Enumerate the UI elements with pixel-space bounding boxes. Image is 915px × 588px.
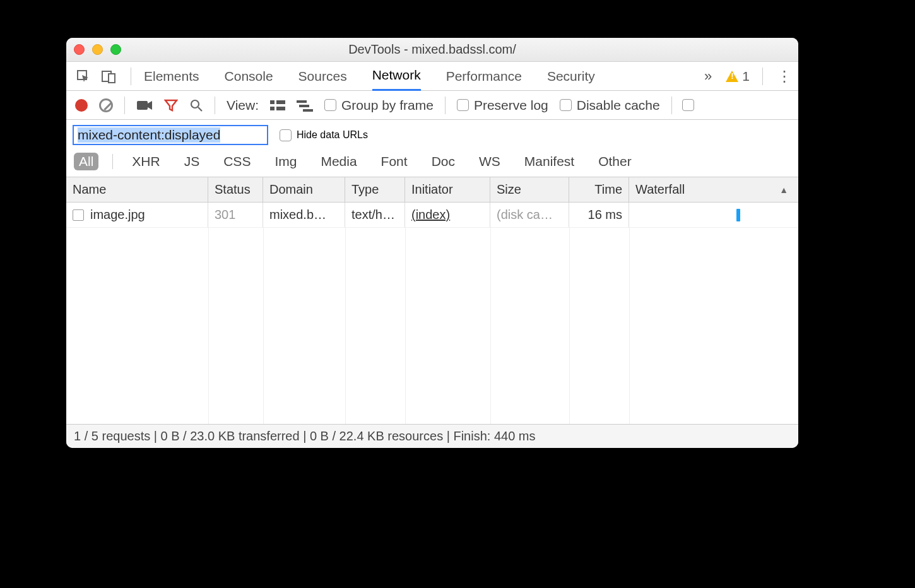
filter-input[interactable] [73, 125, 268, 145]
close-window-button[interactable] [74, 44, 85, 55]
devtools-tabbar: Elements Console Sources Network Perform… [66, 62, 798, 91]
svg-line-5 [198, 107, 202, 111]
more-tabs-button[interactable]: » [699, 68, 717, 85]
filter-categories: All XHR JS CSS Img Media Font Doc WS Man… [74, 153, 792, 170]
svg-rect-10 [297, 100, 307, 103]
warning-icon [726, 71, 738, 82]
svg-rect-9 [276, 107, 285, 110]
col-domain[interactable]: Domain [263, 177, 345, 202]
separator [131, 68, 131, 85]
preserve-log-label: Preserve log [474, 98, 548, 113]
filter-cat-media[interactable]: Media [316, 153, 362, 170]
capture-screenshots-icon[interactable] [136, 99, 153, 112]
checkbox-icon [280, 129, 292, 141]
separator [445, 97, 446, 114]
sort-asc-icon: ▲ [779, 185, 788, 195]
col-type[interactable]: Type [345, 177, 405, 202]
svg-rect-7 [276, 100, 285, 104]
table-body: image.jpg 301 mixed.b… text/h… (index) (… [66, 203, 798, 424]
col-waterfall[interactable]: Waterfall ▲ [629, 177, 798, 202]
cell-domain: mixed.b… [263, 203, 345, 227]
col-initiator[interactable]: Initiator [405, 177, 490, 202]
filter-cat-manifest[interactable]: Manifest [519, 153, 579, 170]
cell-initiator[interactable]: (index) [405, 203, 490, 227]
cell-type: text/h… [345, 203, 405, 227]
window-titlebar: DevTools - mixed.badssl.com/ [66, 38, 798, 62]
hide-data-urls-option[interactable]: Hide data URLs [280, 129, 368, 141]
record-button[interactable] [75, 99, 88, 112]
tab-security[interactable]: Security [547, 62, 595, 91]
separator [124, 97, 125, 114]
tab-network[interactable]: Network [372, 62, 421, 91]
status-bar: 1 / 5 requests | 0 B / 23.0 KB transferr… [66, 424, 798, 448]
requests-table: Name Status Domain Type Initiator Size T… [66, 177, 798, 424]
disable-cache-label: Disable cache [577, 98, 660, 113]
table-row[interactable]: image.jpg 301 mixed.b… text/h… (index) (… [66, 203, 798, 228]
group-by-frame-label: Group by frame [341, 98, 434, 113]
zoom-window-button[interactable] [110, 44, 121, 55]
svg-rect-12 [303, 109, 313, 112]
col-time[interactable]: Time [569, 177, 629, 202]
filter-cat-xhr[interactable]: XHR [127, 153, 165, 170]
status-text: 1 / 5 requests | 0 B / 23.0 KB transferr… [74, 429, 536, 444]
tab-sources[interactable]: Sources [298, 62, 347, 91]
checkbox-icon [324, 99, 336, 111]
network-toolbar: View: Group by frame Preserve log Disabl… [66, 91, 798, 120]
large-rows-icon[interactable] [270, 99, 285, 112]
clear-button[interactable] [99, 98, 113, 112]
disable-cache-option[interactable]: Disable cache [560, 98, 660, 113]
filter-cat-other[interactable]: Other [593, 153, 637, 170]
warning-count: 1 [742, 69, 750, 84]
cell-waterfall [629, 203, 798, 227]
offline-checkbox[interactable] [682, 99, 694, 111]
filter-icon[interactable] [164, 98, 178, 112]
table-header: Name Status Domain Type Initiator Size T… [66, 177, 798, 203]
separator [671, 97, 672, 114]
separator [112, 154, 113, 169]
waterfall-bar [736, 209, 740, 221]
preserve-log-option[interactable]: Preserve log [457, 98, 548, 113]
svg-rect-2 [109, 74, 115, 83]
filter-cat-doc[interactable]: Doc [427, 153, 460, 170]
inspect-element-icon[interactable] [73, 66, 94, 87]
devtools-window: DevTools - mixed.badssl.com/ Elements Co… [66, 38, 798, 448]
cell-name: image.jpg [66, 203, 208, 227]
overview-icon[interactable] [297, 99, 313, 112]
filter-cat-all[interactable]: All [74, 153, 98, 170]
svg-rect-8 [270, 107, 274, 110]
group-by-frame-option[interactable]: Group by frame [324, 98, 434, 113]
warnings-badge[interactable]: 1 [726, 69, 750, 84]
svg-point-4 [191, 100, 199, 108]
filter-row: Hide data URLs All XHR JS CSS Img Media … [66, 120, 798, 177]
filter-cat-img[interactable]: Img [269, 153, 302, 170]
filter-cat-css[interactable]: CSS [218, 153, 256, 170]
tab-console[interactable]: Console [225, 62, 273, 91]
cell-size: (disk ca… [490, 203, 569, 227]
cell-time: 16 ms [569, 203, 629, 227]
panel-tabs: Elements Console Sources Network Perform… [139, 62, 699, 91]
separator [762, 68, 763, 85]
col-size[interactable]: Size [490, 177, 569, 202]
window-title: DevTools - mixed.badssl.com/ [66, 42, 798, 57]
file-icon [73, 209, 84, 221]
filter-cat-font[interactable]: Font [376, 153, 413, 170]
device-toolbar-icon[interactable] [98, 66, 119, 87]
traffic-lights [74, 44, 121, 55]
col-name[interactable]: Name [66, 177, 208, 202]
col-waterfall-label: Waterfall [635, 182, 685, 197]
settings-menu-button[interactable]: ⋮ [777, 68, 792, 85]
filter-cat-ws[interactable]: WS [474, 153, 505, 170]
request-name: image.jpg [90, 208, 145, 222]
col-status[interactable]: Status [208, 177, 263, 202]
checkbox-icon [560, 99, 572, 111]
filter-cat-js[interactable]: JS [179, 153, 205, 170]
search-icon[interactable] [189, 98, 203, 112]
checkbox-icon [457, 99, 469, 111]
tab-performance[interactable]: Performance [446, 62, 522, 91]
minimize-window-button[interactable] [92, 44, 103, 55]
hide-data-urls-label: Hide data URLs [297, 129, 368, 141]
tab-elements[interactable]: Elements [144, 62, 199, 91]
cell-status: 301 [208, 203, 263, 227]
svg-rect-3 [137, 101, 148, 110]
svg-rect-11 [299, 105, 309, 107]
